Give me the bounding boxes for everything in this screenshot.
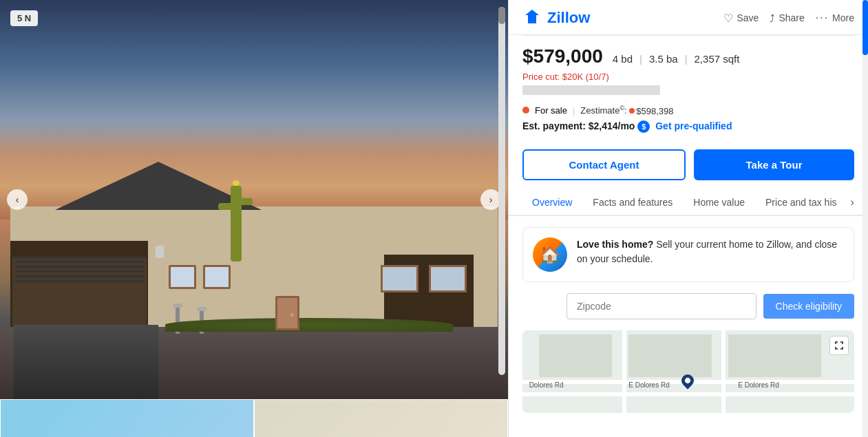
sell-headline: Love this home? <box>577 239 653 250</box>
baths: 3.5 ba <box>649 53 678 65</box>
zestimate-dot <box>629 108 635 114</box>
property-stats: 4 bd | 3.5 ba | 2,357 sqft <box>613 53 740 65</box>
map-area[interactable]: Dolores Rd E Dolores Rd E Dolores Rd <box>522 330 854 413</box>
action-buttons: Contact Agent Take a Tour <box>509 140 868 190</box>
tab-overview[interactable]: Overview <box>522 190 582 216</box>
detail-panel: Zillow ♡ Save ⤴ Share ··· More $579,000 … <box>508 0 868 437</box>
tab-facts[interactable]: Facts and features <box>583 190 682 216</box>
wall-lamp <box>156 246 164 258</box>
tabs-next-arrow[interactable]: › <box>848 191 857 214</box>
share-label: Share <box>779 12 804 23</box>
map-background: Dolores Rd E Dolores Rd E Dolores Rd <box>522 330 854 413</box>
thumbnail-strip[interactable] <box>0 399 508 437</box>
map-road-v1 <box>622 330 626 413</box>
for-sale-dot <box>522 107 529 114</box>
driveway <box>14 325 158 399</box>
header-actions: ♡ Save ⤴ Share ··· More <box>723 12 854 25</box>
window-right-2 <box>429 265 467 292</box>
prev-image-button[interactable]: ‹ <box>7 189 28 210</box>
map-road-v2 <box>721 330 726 413</box>
cactus <box>231 186 242 262</box>
zillow-icon <box>522 8 542 28</box>
garage-door-left <box>12 256 147 330</box>
est-payment-label: Est. payment: <box>522 120 586 131</box>
tabs-row: Overview Facts and features Home value P… <box>509 190 868 216</box>
zipcode-input[interactable] <box>567 293 756 319</box>
more-dots-icon: ··· <box>816 12 829 24</box>
overview-content: 🏠 Love this home? Sell your current home… <box>509 216 868 424</box>
zestimate-sup: © <box>620 105 624 111</box>
share-icon: ⤴ <box>770 12 775 24</box>
address-blurred <box>522 85 660 95</box>
for-sale-label: For sale <box>535 105 567 116</box>
window-right-1 <box>381 265 419 292</box>
thumbnail-1[interactable] <box>0 399 254 437</box>
sell-banner: 🏠 Love this home? Sell your current home… <box>522 227 854 282</box>
door <box>275 296 299 330</box>
thumbnail-2[interactable] <box>254 399 508 437</box>
map-label-left: Dolores Rd <box>529 381 564 389</box>
map-pin <box>681 374 697 390</box>
image-panel: ‹ › 5 N <box>0 0 508 437</box>
zipcode-row: Check eligibility <box>522 293 854 319</box>
tab-price-tax[interactable]: Price and tax his <box>756 190 847 216</box>
tab-home-value[interactable]: Home value <box>684 190 754 216</box>
dollar-icon: $ <box>637 120 650 133</box>
landscaping <box>165 318 453 332</box>
window-left <box>169 265 196 289</box>
contact-agent-button[interactable]: Contact Agent <box>522 149 686 180</box>
scroll-thumb <box>498 7 505 24</box>
price-cut: Price cut: $20K (10/7) <box>522 72 854 82</box>
price-section: $579,000 4 bd | 3.5 ba | 2,357 sqft Pric… <box>509 36 868 140</box>
sqft: 2,357 sqft <box>695 53 740 65</box>
map-expand-button[interactable] <box>829 336 849 355</box>
sep2: | <box>685 53 688 65</box>
map-block-2 <box>628 334 712 377</box>
panel-header: Zillow ♡ Save ⤴ Share ··· More <box>509 0 868 35</box>
map-label-right: E Dolores Rd <box>738 381 779 389</box>
zestimate-text: Zestimate©: $598,398 <box>580 105 673 116</box>
sell-icon: 🏠 <box>533 237 567 272</box>
save-label: Save <box>737 12 759 23</box>
scrollbar-thumb[interactable] <box>862 0 868 55</box>
zillow-wordmark: Zillow <box>547 9 590 27</box>
map-block-1 <box>539 334 612 377</box>
more-button[interactable]: ··· More <box>816 12 854 24</box>
zillow-logo[interactable]: Zillow <box>522 8 590 28</box>
listing-price: $579,000 <box>522 45 603 67</box>
main-property-image[interactable]: ‹ › 5 N <box>0 0 508 399</box>
window-center <box>203 265 231 289</box>
sell-text: Love this home? Sell your current home t… <box>577 237 844 266</box>
get-prequalified-link[interactable]: Get pre-qualified <box>655 120 732 131</box>
separator-bar: | <box>573 105 575 116</box>
map-road-secondary <box>522 392 854 396</box>
check-eligibility-button[interactable]: Check eligibility <box>763 294 854 319</box>
save-button[interactable]: ♡ Save <box>723 12 759 25</box>
scroll-track <box>498 7 505 375</box>
share-button[interactable]: ⤴ Share <box>770 12 804 24</box>
take-tour-button[interactable]: Take a Tour <box>694 149 854 180</box>
expand-icon <box>834 341 844 350</box>
zestimate-label: Zestimate <box>580 105 620 116</box>
est-payment-value: $2,414/mo <box>589 120 635 131</box>
for-sale-row: For sale | Zestimate©: $598,398 <box>522 105 854 116</box>
price-row: $579,000 4 bd | 3.5 ba | 2,357 sqft <box>522 45 854 67</box>
zestimate-dot-row: $598,398 <box>629 106 673 116</box>
map-label-center: E Dolores Rd <box>628 381 669 389</box>
map-block-3 <box>728 334 821 377</box>
sep1: | <box>639 53 642 65</box>
beds: 4 bd <box>613 53 633 65</box>
est-payment-row: Est. payment: $2,414/mo $ Get pre-qualif… <box>522 120 854 133</box>
zestimate-value: $598,398 <box>636 106 673 116</box>
heart-icon: ♡ <box>723 12 733 25</box>
address-tag: 5 N <box>10 10 38 26</box>
address-blurred-row <box>522 85 854 101</box>
more-label: More <box>832 12 854 23</box>
scrollbar-track <box>862 0 868 437</box>
